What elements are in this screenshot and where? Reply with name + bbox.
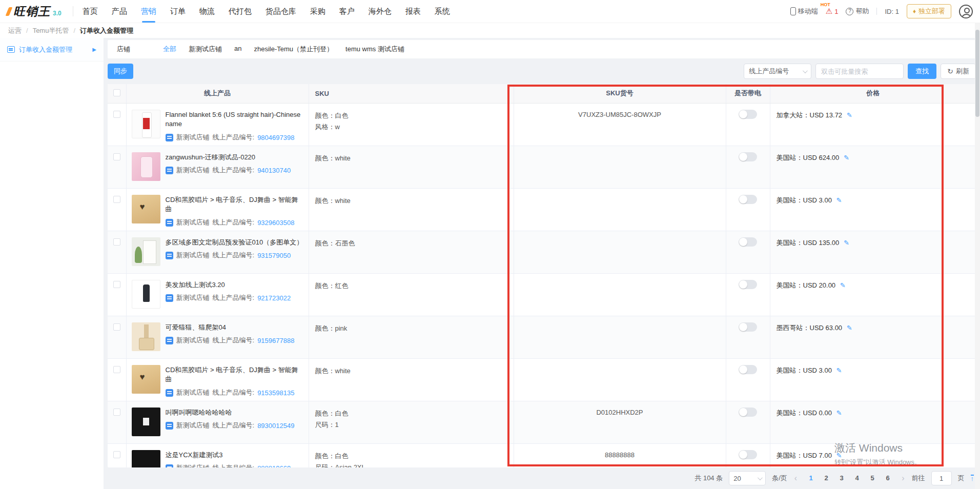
nav-item[interactable]: 系统	[435, 0, 450, 23]
vertical-scrollbar[interactable]	[975, 23, 980, 489]
edit-price-icon[interactable]: ✎	[847, 324, 852, 332]
nav-item[interactable]: 货品仓库	[266, 0, 296, 23]
page-number-5[interactable]: 5	[866, 471, 879, 485]
shop-filter-option[interactable]: temu wms 测试店铺	[345, 45, 404, 54]
row-checkbox[interactable]	[113, 238, 120, 246]
table-row: 多区域多图文定制品预发验证010（多图单文） 新测试店铺 线上产品编号: 931…	[108, 231, 976, 273]
powered-toggle[interactable]	[739, 110, 757, 119]
edit-price-icon[interactable]: ✎	[836, 366, 842, 374]
page-size-select[interactable]: 20	[729, 471, 766, 485]
row-checkbox[interactable]	[113, 366, 120, 373]
nav-item[interactable]: 营销	[141, 0, 156, 23]
row-checkbox[interactable]	[113, 409, 120, 416]
powered-toggle[interactable]	[739, 322, 757, 332]
search-type-select[interactable]: 线上产品编号	[744, 64, 811, 79]
pagination: 共 104 条 20 条/页 ‹ 123456 › 前往 页 ↑	[108, 467, 976, 489]
chevron-down-icon	[803, 68, 808, 73]
product-image[interactable]	[132, 152, 160, 181]
row-checkbox[interactable]	[113, 323, 120, 331]
edit-price-icon[interactable]: ✎	[840, 281, 846, 289]
powered-toggle[interactable]	[739, 408, 757, 417]
powered-toggle[interactable]	[739, 152, 757, 161]
refresh-button[interactable]: ↻ 刷新	[941, 64, 976, 79]
breadcrumb-item[interactable]: 运营	[8, 26, 22, 35]
mobile-app-link[interactable]: 移动端 HOT	[790, 7, 818, 16]
powered-toggle[interactable]	[739, 280, 757, 289]
nav-item[interactable]: 订单	[170, 0, 186, 23]
page-number-4[interactable]: 4	[850, 471, 864, 485]
app-logo[interactable]: 旺销王 3.0	[7, 4, 62, 19]
find-button[interactable]: 查找	[908, 64, 936, 79]
product-code-link[interactable]: 9804697398	[257, 134, 294, 141]
row-checkbox[interactable]	[113, 196, 120, 203]
prev-page-button[interactable]: ‹	[793, 474, 798, 483]
nav-item[interactable]: 海外仓	[369, 0, 392, 23]
edit-price-icon[interactable]: ✎	[836, 409, 842, 417]
nav-item[interactable]: 报表	[405, 0, 421, 23]
shop-filter-option[interactable]: an	[234, 45, 241, 54]
row-checkbox[interactable]	[113, 451, 120, 458]
shop-filter-option[interactable]: 新测试店铺	[189, 45, 222, 54]
row-checkbox[interactable]	[113, 153, 120, 160]
collapse-arrow-icon[interactable]: ▶	[92, 47, 96, 52]
page-number-3[interactable]: 3	[835, 471, 848, 485]
powered-toggle[interactable]	[739, 195, 757, 204]
product-code-link[interactable]: 8930012549	[257, 422, 294, 430]
next-page-button[interactable]: ›	[901, 474, 905, 483]
platform-tag-icon	[166, 422, 173, 430]
product-code-link[interactable]: 940130740	[257, 167, 291, 174]
product-image[interactable]	[132, 408, 160, 436]
nav-item[interactable]: 代打包	[229, 0, 252, 23]
edit-price-icon[interactable]: ✎	[844, 239, 849, 247]
nav-item[interactable]: 客户	[339, 0, 355, 23]
powered-toggle[interactable]	[739, 237, 757, 247]
nav-item[interactable]: 采购	[310, 0, 325, 23]
refresh-icon: ↻	[947, 67, 953, 75]
row-checkbox[interactable]	[113, 111, 120, 118]
select-all-checkbox[interactable]	[113, 89, 120, 96]
user-avatar[interactable]	[959, 5, 973, 18]
shop-filter-option[interactable]: zhesile-Temu（禁止刊登）	[254, 45, 333, 54]
product-image[interactable]	[132, 365, 160, 394]
scrollbar-thumb[interactable]	[975, 30, 979, 117]
product-image[interactable]	[132, 110, 160, 138]
breadcrumb-item[interactable]: Temu半托管	[33, 26, 69, 35]
breadcrumb: 运营 / Temu半托管 / 订单收入金额管理	[0, 23, 980, 38]
search-input[interactable]	[815, 64, 904, 79]
alerts-indicator[interactable]: ⚠ 1	[826, 7, 839, 16]
nav-item[interactable]: 产品	[112, 0, 127, 23]
goto-page-input[interactable]	[931, 471, 952, 485]
help-link[interactable]: ? 帮助	[846, 7, 869, 16]
breadcrumb-current: 订单收入金额管理	[80, 26, 133, 35]
edit-price-icon[interactable]: ✎	[836, 196, 842, 204]
powered-toggle[interactable]	[739, 365, 757, 374]
deploy-button[interactable]: ♦ 独立部署	[907, 4, 951, 18]
product-image[interactable]	[132, 322, 160, 351]
page-number-2[interactable]: 2	[820, 471, 833, 485]
page-number-1[interactable]: 1	[804, 471, 818, 485]
product-image[interactable]	[132, 237, 160, 266]
page-number-6[interactable]: 6	[881, 471, 894, 485]
price-value: 美国站：USD 624.00	[777, 154, 840, 161]
product-image[interactable]	[132, 450, 160, 468]
powered-toggle[interactable]	[739, 450, 757, 459]
sidebar-item-order-income[interactable]: 订单收入金额管理 ▶	[0, 38, 104, 62]
edit-price-icon[interactable]: ✎	[836, 452, 842, 459]
back-to-top-button[interactable]: ↑	[971, 475, 974, 482]
edit-price-icon[interactable]: ✎	[847, 111, 852, 119]
sync-button[interactable]: 同步	[108, 64, 133, 79]
product-image[interactable]	[132, 195, 160, 223]
product-code-link[interactable]: 9153598135	[257, 389, 294, 397]
product-image[interactable]	[132, 280, 160, 309]
edit-price-icon[interactable]: ✎	[844, 154, 849, 161]
product-code-link[interactable]: 9159677888	[257, 337, 294, 344]
nav-item[interactable]: 物流	[199, 0, 215, 23]
product-code-link[interactable]: 9329603508	[257, 219, 294, 227]
product-code-label: 线上产品编号:	[213, 166, 255, 175]
product-code-link[interactable]: 921723022	[257, 294, 291, 302]
product-code-link[interactable]: 931579050	[257, 252, 291, 259]
header-online-product: 线上产品	[126, 84, 309, 103]
row-checkbox[interactable]	[113, 281, 120, 288]
nav-item[interactable]: 首页	[83, 0, 98, 23]
shop-filter-option[interactable]: 全部	[163, 45, 176, 54]
